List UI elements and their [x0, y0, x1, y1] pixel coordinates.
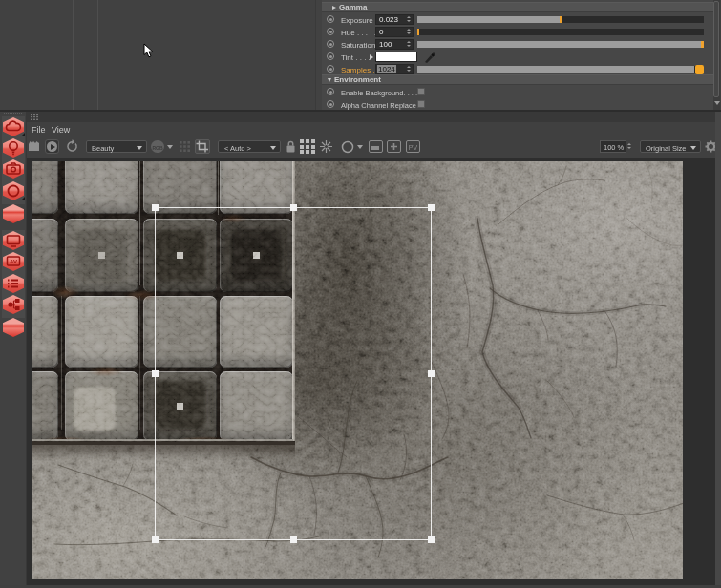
svg-text:PV: PV — [409, 144, 418, 151]
svg-text:AV: AV — [10, 259, 17, 264]
